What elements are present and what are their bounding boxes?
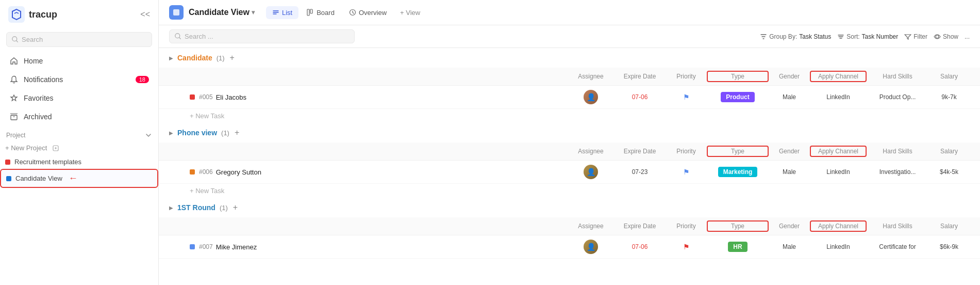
priority-flag: ⚑ <box>683 243 690 251</box>
board-icon <box>307 9 314 16</box>
sidebar-search[interactable]: Search <box>6 32 152 47</box>
group-count-phone: (1) <box>221 129 229 137</box>
logo-text: tracup <box>29 9 57 20</box>
svg-rect-0 <box>8 6 25 23</box>
group-toggle-candidate[interactable]: ▶ <box>169 55 173 61</box>
task-gender: Male <box>769 168 810 176</box>
new-project-label: + New Project <box>5 144 47 152</box>
task-row[interactable]: #006 Gregory Sutton 👤 07-23 ⚑ Marketing … <box>159 161 980 184</box>
toolbar-search-icon <box>175 33 181 40</box>
more-control[interactable]: ... <box>965 33 970 40</box>
col-headers-candidate: Assignee Expire Date Priority Type Gende… <box>159 68 980 86</box>
task-row[interactable]: #005 Eli Jacobs 👤 07-06 ⚑ Product Male L… <box>159 86 980 109</box>
group-1st-round-header[interactable]: ▶ 1ST Round (1) + <box>159 198 980 217</box>
sidebar: tracup << Search Home Notifications 18 <box>0 0 159 285</box>
type-badge: HR <box>728 242 747 252</box>
new-task-label: + New Task <box>190 187 224 195</box>
new-task-candidate[interactable]: + New Task <box>159 109 980 123</box>
tab-overview[interactable]: Overview <box>343 6 393 19</box>
group-toggle-phone[interactable]: ▶ <box>169 130 173 136</box>
task-assignee: 👤 <box>568 165 614 179</box>
task-id: #005 <box>199 93 213 101</box>
show-control[interactable]: Show <box>934 33 958 40</box>
group-by-control[interactable]: Group By: Task Status <box>760 33 831 40</box>
col-salary-phone: Salary <box>928 148 970 155</box>
col-type-candidate: Type <box>707 71 769 82</box>
task-salary: 9k-7k <box>928 93 970 101</box>
sidebar-item-archived[interactable]: Archived <box>4 108 154 125</box>
sidebar-item-candidate-view[interactable]: Candidate View ← <box>0 169 158 188</box>
show-icon <box>934 33 941 40</box>
group-add-phone[interactable]: + <box>235 128 239 137</box>
group-title-candidate: Candidate <box>177 54 212 62</box>
task-id: #007 <box>199 243 213 250</box>
tab-list[interactable]: List <box>266 6 298 19</box>
col-salary-1st: Salary <box>928 223 970 230</box>
col-hard-phone: Hard Skills <box>867 148 928 155</box>
col-type-1st: Type <box>707 220 769 232</box>
sort-control[interactable]: Sort: Task Number <box>837 33 898 40</box>
filter-icon <box>904 33 911 40</box>
recruitment-label: Recruitment templates <box>14 158 81 166</box>
group-add-1st[interactable]: + <box>233 203 238 212</box>
group-by-label: Group By: <box>769 33 797 40</box>
new-task-phone[interactable]: + New Task <box>159 184 980 198</box>
filter-control[interactable]: Filter <box>904 33 927 40</box>
avatar: 👤 <box>584 90 598 104</box>
col-expire-candidate: Expire Date <box>614 73 666 80</box>
task-priority: ⚑ <box>666 93 707 101</box>
col-channel-phone: Apply Channel <box>810 146 867 157</box>
sidebar-item-notifications[interactable]: Notifications 18 <box>4 71 154 88</box>
sidebar-item-home[interactable]: Home <box>4 52 154 70</box>
new-project-row[interactable]: + New Project <box>0 141 158 155</box>
view-tabs: List Board Overview + View <box>266 6 425 19</box>
group-phone-view-header[interactable]: ▶ Phone view (1) + <box>159 123 980 142</box>
group-toggle-1st[interactable]: ▶ <box>169 205 173 211</box>
group-add-candidate[interactable]: + <box>230 53 235 62</box>
task-assignee: 👤 <box>568 240 614 254</box>
task-salary: $6k-9k <box>928 243 970 250</box>
group-candidate-header[interactable]: ▶ Candidate (1) + <box>159 48 980 68</box>
col-gender-1st: Gender <box>769 223 810 230</box>
list-icon <box>272 9 279 16</box>
sidebar-item-recruitment[interactable]: Recruitment templates <box>0 155 158 169</box>
tab-board[interactable]: Board <box>301 6 341 19</box>
task-type: Marketing <box>707 167 769 177</box>
task-expire: 07-23 <box>614 168 666 176</box>
task-gender: Male <box>769 93 810 101</box>
task-name: Eli Jacobs <box>216 93 568 101</box>
task-name: Mike Jimenez <box>216 243 568 251</box>
view-title: Candidate View ▾ <box>189 8 255 17</box>
col-type-phone: Type <box>707 146 769 157</box>
notifications-badge: 18 <box>136 76 149 83</box>
sidebar-collapse-button[interactable]: << <box>140 10 150 19</box>
svg-rect-2 <box>11 115 17 120</box>
task-row[interactable]: #007 Mike Jimenez 👤 07-06 ⚑ HR Male Link… <box>159 235 980 259</box>
sidebar-item-favorites-label: Favorites <box>24 94 54 102</box>
task-channel: LinkedIn <box>810 93 867 101</box>
topbar: Candidate View ▾ List Board Overview + V… <box>159 0 980 25</box>
task-id: #006 <box>199 168 213 176</box>
sidebar-item-favorites[interactable]: Favorites <box>4 89 154 107</box>
col-channel-candidate: Apply Channel <box>810 71 867 82</box>
sidebar-item-archived-label: Archived <box>24 113 52 121</box>
sidebar-item-notifications-label: Notifications <box>24 75 63 84</box>
task-hard-skills: Certificate for <box>867 243 928 250</box>
sidebar-search-placeholder: Search <box>22 36 43 43</box>
type-badge: Product <box>721 92 754 102</box>
col-assignee-1st: Assignee <box>568 223 614 230</box>
chevron-down-icon[interactable] <box>145 132 152 139</box>
task-expire: 07-06 <box>614 243 666 250</box>
sort-value: Task Number <box>862 33 899 40</box>
tab-add-view[interactable]: + View <box>395 6 425 19</box>
task-status-dot <box>190 169 195 175</box>
toolbar: Search ... Group By: Task Status Sort: T… <box>159 25 980 48</box>
recruitment-dot <box>5 160 10 165</box>
col-priority-1st: Priority <box>666 223 707 230</box>
col-hard-1st: Hard Skills <box>867 223 928 230</box>
group-candidate: ▶ Candidate (1) + Assignee Expire Date P… <box>159 48 980 123</box>
show-label: Show <box>943 33 958 40</box>
view-title-arrow[interactable]: ▾ <box>252 9 255 16</box>
svg-point-9 <box>936 35 939 38</box>
toolbar-search[interactable]: Search ... <box>169 29 355 43</box>
